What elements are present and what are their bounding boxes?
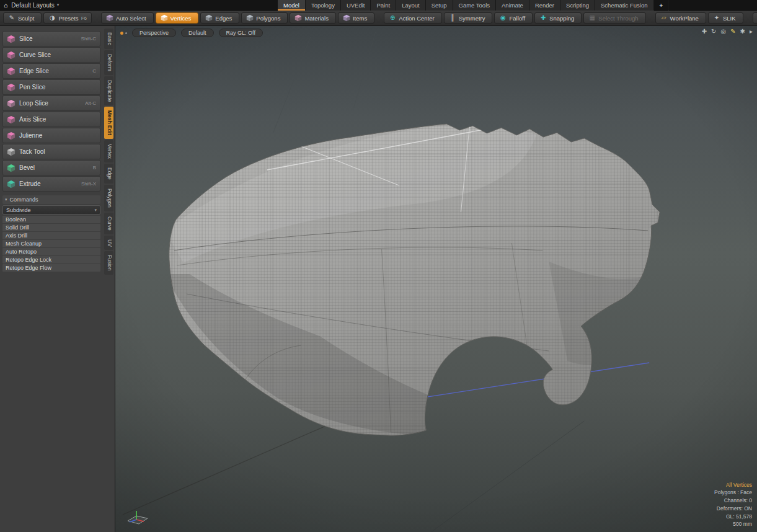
toolbar-button[interactable]: Materials	[290, 12, 336, 24]
layout-tab[interactable]: Animate	[496, 0, 529, 11]
subdivide-dropdown[interactable]: Subdivide ▾	[2, 205, 100, 215]
category-tab[interactable]: UV	[104, 236, 113, 250]
draw-icon[interactable]: ✎	[730, 28, 735, 35]
command-item[interactable]: Mesh Cleanup	[2, 240, 100, 247]
tool-cube-icon	[7, 115, 15, 124]
toolbar-button[interactable]: Items	[338, 12, 374, 24]
toolbar-button[interactable]: ◑ Presets F6	[43, 12, 92, 24]
tool-item-label: Slice	[19, 35, 33, 42]
command-list: Boolean Solid Drill Axis Drill Mesh Clea…	[0, 216, 115, 272]
layout-tab-label: Setup	[432, 2, 447, 9]
toolbar-button[interactable]: ✦ SLIK	[708, 12, 743, 24]
tool-item[interactable]: Tack Tool	[2, 144, 100, 159]
tool-item[interactable]: Axis Slice	[2, 112, 100, 127]
toolbar-button[interactable]: Vertices	[156, 12, 199, 24]
layout-tab[interactable]: Game Tools	[453, 0, 497, 11]
viewport-controls: Perspective Default Ray GL: Off	[120, 29, 263, 37]
category-tab[interactable]: Basic	[104, 29, 113, 49]
zoom-icon[interactable]: ◎	[720, 28, 726, 35]
layout-tab[interactable]: UVEdit	[341, 0, 371, 11]
toolbar-button[interactable]: ◉ Falloff	[494, 12, 533, 24]
toolbar-button-label: Presets	[58, 15, 78, 22]
layout-tab[interactable]: Scripting	[560, 0, 595, 11]
layout-tab[interactable]: +	[654, 0, 670, 11]
toolbar-button[interactable]: Edges	[200, 12, 239, 24]
materials-cube-icon	[294, 14, 302, 22]
viewport-menu-icon[interactable]	[120, 32, 123, 35]
sculpt-pen-icon: ✎	[8, 14, 15, 22]
command-item[interactable]: Axis Drill	[2, 232, 100, 239]
toolbar-button[interactable]: ✚ Snapping	[534, 12, 582, 24]
tool-item[interactable]: Extrude Shift-X	[2, 176, 100, 192]
tool-item[interactable]: Julienne	[2, 128, 100, 143]
viewport-control-button[interactable]: Perspective	[132, 29, 176, 37]
command-item[interactable]: Auto Retopo	[2, 248, 100, 255]
category-tab[interactable]: Polygon	[104, 185, 113, 211]
commands-header[interactable]: ▾ Commands	[2, 195, 100, 204]
layout-tab-label: Scripting	[566, 2, 589, 9]
tool-item-shortcut: Shift-X	[81, 181, 96, 187]
viewport-info: All Vertices Polygons : Face Channels: 0…	[714, 481, 752, 529]
layout-tab[interactable]: Paint	[371, 0, 396, 11]
layout-tab-label: +	[660, 2, 663, 9]
tool-item[interactable]: Edge Slice C	[2, 63, 100, 79]
toolbar-button[interactable]: Polygons	[241, 12, 288, 24]
viewport-control-label: Default	[188, 30, 206, 36]
category-tab-label: Polygon	[107, 188, 113, 208]
toolbar-button[interactable]: ✎ Sculpt	[3, 12, 42, 24]
category-tab[interactable]: Vertex	[104, 140, 113, 162]
toolbar-button[interactable]: ║ Symmetry	[444, 12, 493, 24]
tool-item-label: Axis Slice	[19, 116, 46, 123]
tool-item[interactable]: Loop Slice Alt-C	[2, 95, 100, 111]
category-tab-label: Edge	[107, 167, 113, 180]
tool-item[interactable]: Curve Slice	[2, 47, 100, 63]
category-tab[interactable]: Fusion	[104, 251, 113, 275]
command-item[interactable]: Solid Drill	[2, 224, 100, 231]
viewport-3d[interactable]: Perspective Default Ray GL: Off ✚	[115, 26, 757, 532]
command-item[interactable]: Retopo Edge Lock	[2, 256, 100, 264]
layout-tab-label: Paint	[376, 2, 390, 9]
command-item-label: Mesh Cleanup	[6, 241, 42, 247]
toolbar-button[interactable]: Auto Select	[101, 12, 154, 24]
tool-list: Slice Shift-C Curve Slice Edge Slice C	[0, 31, 115, 192]
tool-item[interactable]: Pen Slice	[2, 79, 100, 95]
toolbar-button-label: Select Through	[598, 15, 638, 22]
layout-tab[interactable]: Schematic Fusion	[595, 0, 654, 11]
layout-selector[interactable]: Default Layouts ▾	[11, 2, 59, 9]
settings-icon[interactable]: ✱	[740, 28, 745, 35]
tool-item[interactable]: Bevel B	[2, 160, 100, 175]
category-tab[interactable]: Mesh Edit	[104, 107, 113, 139]
tool-item[interactable]: Slice Shift-C	[2, 31, 100, 47]
toolbar-button[interactable]: ⊕ Action Center	[384, 12, 442, 24]
command-item[interactable]: Boolean	[2, 216, 100, 223]
command-item-label: Retopo Edge Lock	[6, 257, 51, 263]
app-home-icon[interactable]: ⌂	[4, 2, 7, 9]
layout-tab[interactable]: Render	[529, 0, 560, 11]
pan-icon[interactable]: ✚	[702, 28, 707, 35]
symmetry-icon: ║	[449, 14, 456, 22]
viewport-control-button[interactable]: Default	[181, 29, 214, 37]
toolbar-button-label: Sculpt	[18, 15, 34, 22]
command-item[interactable]: Retopo Edge Flow	[2, 264, 100, 272]
category-tab[interactable]: Duplicate	[104, 76, 113, 105]
category-tab[interactable]: Edge	[104, 164, 113, 184]
toolbar-button[interactable]: ◓ Dash Export	[753, 12, 757, 24]
tool-item-label: Curve Slice	[19, 51, 51, 58]
category-tab[interactable]: Curve	[104, 213, 113, 234]
more-icon[interactable]: ▸	[750, 28, 753, 35]
layout-tab[interactable]: Setup	[426, 0, 453, 11]
tool-cube-icon	[7, 51, 15, 60]
viewport-control-label: Perspective	[139, 30, 169, 36]
orbit-icon[interactable]: ↻	[711, 28, 716, 35]
command-item-label: Axis Drill	[6, 233, 27, 239]
viewport-info-line: Channels: 0	[714, 497, 752, 505]
toolbar-button[interactable]: ▱ WorkPlane	[655, 12, 706, 24]
layout-tab[interactable]: Topology	[306, 0, 341, 11]
viewport-control-button[interactable]: Ray GL: Off	[219, 29, 263, 37]
layout-tab[interactable]: Layout	[396, 0, 426, 11]
category-tab-label: Fusion	[107, 255, 113, 271]
toolbar-button[interactable]: ▦ Select Through	[583, 12, 645, 24]
chevron-down-icon: ▾	[94, 208, 97, 213]
layout-tab[interactable]: Model	[278, 0, 306, 11]
category-tab[interactable]: Deform	[104, 50, 113, 75]
